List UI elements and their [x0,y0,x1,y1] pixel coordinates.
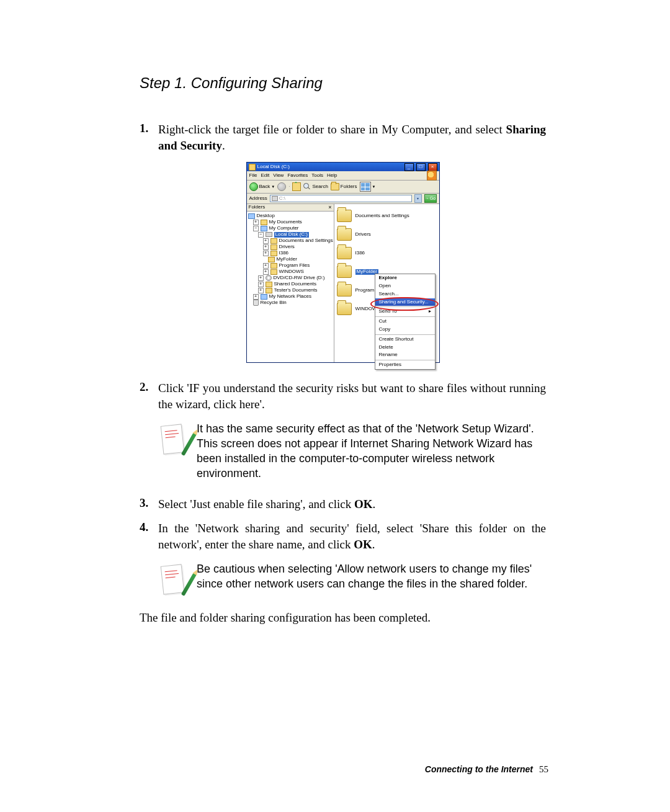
back-button[interactable]: Back ▼ [249,182,275,191]
menu-tools[interactable]: Tools [311,173,323,179]
ctx-copy[interactable]: Copy [375,326,435,334]
menu-help[interactable]: Help [327,173,337,179]
address-value: C:\ [279,196,285,202]
item-docset[interactable]: Documents and Settings [337,208,437,224]
ctx-explore[interactable]: Explore [375,274,435,282]
step-3-text: Select 'Just enable file sharing', and c… [158,496,546,512]
tree-drivers[interactable]: Drivers [279,244,295,250]
close-button[interactable]: × [428,163,437,171]
folders-button[interactable]: Folders [331,183,357,190]
folder-icon [337,247,352,259]
expand-icon[interactable]: + [253,220,259,225]
tree-shared[interactable]: Shared Documents [274,282,316,287]
expand-icon[interactable]: + [258,288,264,293]
expand-icon[interactable]: + [258,275,264,281]
go-button[interactable]: → Go [424,194,437,203]
tree-mydocs[interactable]: My Documents [269,220,302,225]
footer-page: 55 [539,764,548,775]
folder-icon [337,284,352,297]
folder-icon [337,228,352,241]
collapse-icon[interactable]: − [258,232,264,238]
tree-netplaces[interactable]: My Network Places [269,294,311,300]
menu-edit[interactable]: Edit [261,173,269,179]
step-1-post: . [222,139,225,152]
tree-desktop[interactable]: Desktop [257,213,275,219]
ctx-sendto[interactable]: Send To ▸ [375,308,435,316]
note-2-text: Be cautious when selecting 'Allow networ… [197,561,546,596]
expand-icon[interactable]: + [263,238,269,244]
views-button[interactable]: ▼ [360,182,376,192]
tree-windows[interactable]: WINDOWS [279,269,304,275]
tree-mycomp[interactable]: My Computer [269,226,299,231]
recycle-icon [253,300,259,306]
menu-view[interactable]: View [273,173,284,179]
expand-icon[interactable]: + [258,282,264,287]
search-icon [303,183,311,190]
step-4-text: In the 'Network sharing and security' fi… [158,520,546,552]
note-icon [158,561,185,596]
address-dropdown[interactable]: ▾ [414,194,422,203]
note-1: It has the same security effect as that … [158,421,546,481]
expand-icon[interactable]: + [263,263,269,269]
forward-button[interactable] [277,182,286,191]
tree-recycle[interactable]: Recycle Bin [261,300,287,306]
step-4-bold: OK [354,538,372,551]
folder-icon [266,282,272,287]
ctx-search[interactable]: Search... [375,290,435,298]
folders-pane-close[interactable]: × [328,205,331,210]
ctx-cut[interactable]: Cut [375,318,435,326]
windows-logo-icon [427,171,437,181]
tree-myfolder[interactable]: MyFolder [277,257,297,262]
folder-icon [337,210,352,222]
menu-file[interactable]: File [249,173,257,179]
search-button[interactable]: Search [303,183,328,190]
network-icon [261,294,267,300]
step-1-text: Right-click the target file or folder to… [158,122,546,153]
step-3-number: 3. [140,496,158,512]
item-i386[interactable]: I386 [337,245,437,261]
step-3-pre: Select 'Just enable file sharing', and c… [158,497,354,511]
minimize-button[interactable]: _ [404,163,414,171]
xp-addressbar: Address C:\ ▾ → Go [247,194,439,204]
tree-tester[interactable]: Tester's Documents [274,288,318,293]
ctx-delete[interactable]: Delete [375,344,435,352]
views-icon [360,182,371,192]
address-input[interactable]: C:\ [270,195,412,202]
folders-pane: Folders × Desktop +My Documents −My Comp… [247,204,334,362]
ctx-shortcut[interactable]: Create Shortcut [375,336,435,344]
step-4-post: . [372,538,375,551]
drive-icon [249,164,256,171]
tree-i386[interactable]: I386 [279,251,289,256]
tree-dvd[interactable]: DVD/CD-RW Drive (D:) [274,275,325,281]
ctx-properties[interactable]: Properties [375,361,435,369]
note-icon [158,421,185,456]
step-1-pre: Right-click the target file or folder to… [158,123,506,136]
expand-icon[interactable]: + [253,294,259,300]
ctx-rename[interactable]: Rename [375,351,435,359]
tree-progfiles[interactable]: Program Files [279,263,310,269]
collapse-icon[interactable]: − [253,226,259,231]
context-menu: Explore Open Search... Sharing and Secur… [375,274,436,370]
expand-icon[interactable]: + [263,269,269,275]
xp-toolbar: Back ▼ · Search Folders ▼ [247,181,439,194]
folder-tree[interactable]: Desktop +My Documents −My Computer −Loca… [247,212,334,306]
up-button[interactable] [292,182,301,191]
maximize-button[interactable]: □ [416,163,426,171]
item-drivers[interactable]: Drivers [337,226,437,243]
submenu-arrow-icon: ▸ [429,309,431,315]
tree-cdisk[interactable]: Local Disk (C:) [274,232,309,238]
folders-label: Folders [341,184,357,190]
expand-icon[interactable]: + [263,251,269,256]
address-label: Address [249,196,267,202]
expand-icon[interactable]: + [263,244,269,250]
content-pane[interactable]: Documents and Settings Drivers I386 MyFo… [334,204,439,362]
page-footer: Connecting to the Internet 55 [425,764,548,775]
item-docset-label: Documents and Settings [355,213,409,219]
folder-icon [270,244,277,250]
ctx-sharing[interactable]: Sharing and Security... [375,298,435,306]
menu-favorites[interactable]: Favorites [287,173,308,179]
ctx-open[interactable]: Open [375,282,435,290]
tree-docset[interactable]: Documents and Settings [279,238,333,244]
step-3-bold: OK [354,497,373,511]
desktop-icon [248,213,255,219]
